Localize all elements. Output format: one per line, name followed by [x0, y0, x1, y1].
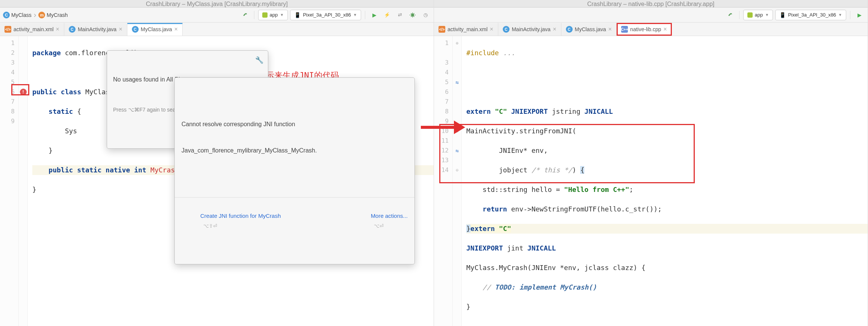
code-content[interactable]: #include ... extern "C" JNIEXPORT jstrin… [462, 36, 868, 326]
profile-button[interactable]: ◷ [420, 10, 431, 20]
run-button[interactable]: ▶ [369, 10, 380, 20]
window-title-left: CrashLibrary – MyClass.java [CrashLibrar… [0, 0, 434, 8]
tab-label: activity_main.xml [14, 26, 54, 32]
line-number[interactable]: 11 [434, 136, 452, 146]
editor-left[interactable]: 1 2 3 4 5 6 7 8 9 ! package com.florence… [0, 36, 434, 326]
chevron-down-icon: ▼ [838, 13, 842, 17]
todo-comment: TODO: implement MyCrash() [495, 283, 597, 291]
tab-myclass[interactable]: C MyClass.java × [561, 23, 617, 36]
chevron-down-icon: ▼ [280, 13, 284, 17]
chevron-down-icon: ▼ [765, 13, 769, 17]
device-icon: 📱 [294, 12, 301, 18]
line-number[interactable]: 9 [434, 116, 452, 126]
tab-label: MainActivity.java [512, 26, 550, 32]
device-icon: 📱 [779, 12, 786, 18]
code-text: jobject [466, 166, 531, 174]
shortcut-hint: ⌥⏎ [374, 223, 384, 229]
line-number[interactable]: 1 [0, 38, 18, 48]
separator [365, 11, 365, 19]
tab-myclass[interactable]: C MyClass.java × [127, 23, 183, 36]
keyword: public class [32, 88, 81, 96]
line-number[interactable]: 2 [0, 48, 18, 58]
code-text: { [73, 107, 81, 115]
close-icon[interactable]: × [608, 26, 612, 33]
close-icon[interactable]: × [56, 26, 59, 33]
line-number[interactable]: 9 [0, 116, 18, 126]
tab-activity-main[interactable]: </> activity_main.xml × [434, 23, 498, 36]
error-icon[interactable]: ! [20, 89, 27, 95]
string: "C" [499, 225, 511, 232]
tab-activity-main[interactable]: </> activity_main.xml × [0, 23, 64, 36]
line-number[interactable]: 3 [0, 58, 18, 68]
breadcrumb[interactable]: C MyClass › m MyCrash [3, 11, 237, 19]
close-icon[interactable]: × [490, 26, 493, 33]
run-config-selector[interactable]: app ▼ [258, 10, 288, 20]
separator [739, 11, 739, 19]
line-number[interactable]: 5 [434, 77, 452, 87]
fold-icon[interactable]: ⊖ [456, 165, 458, 175]
device-selector[interactable]: 📱 Pixel_3a_API_30_x86 ▼ [290, 10, 361, 20]
breadcrumb-class: MyClass [11, 12, 32, 18]
android-icon [747, 12, 753, 18]
tab-label: MyClass.java [141, 26, 172, 32]
line-number[interactable]: 7 [434, 97, 452, 107]
line-gutter[interactable]: 1 3 4 5 6 7 8 9 10 11 12 13 14 [434, 36, 453, 326]
editor-tabs-right: </> activity_main.xml × C MainActivity.j… [434, 23, 868, 36]
wrench-icon[interactable]: 🔧 [255, 55, 263, 65]
window-title-right: CrashLibrary – native-lib.cpp [CrashLibr… [434, 0, 868, 8]
brace: } [466, 225, 470, 232]
comment: // [466, 283, 495, 291]
line-number[interactable]: 1 [434, 38, 452, 48]
keyword: extern [470, 225, 495, 232]
close-icon[interactable]: × [664, 26, 667, 33]
tab-mainactivity[interactable]: C MainActivity.java × [64, 23, 127, 36]
device-selector[interactable]: 📱 Pixel_3a_API_30_x86 ▼ [775, 10, 846, 20]
string: "C" [495, 107, 507, 115]
code-content[interactable]: package com.florence.mylibrary; public c… [28, 36, 434, 326]
close-icon[interactable]: × [119, 26, 122, 33]
line-number[interactable]: 7 [0, 97, 18, 107]
editor-right[interactable]: 1 3 4 5 6 7 8 9 10 11 12 13 14 ⊕ ⇆ ⊖ ⇆ ⊖… [434, 36, 868, 326]
apply-changes-icon[interactable]: ⚡ [382, 10, 392, 20]
create-jni-action[interactable]: Create JNI function for MyCrash [200, 213, 281, 219]
android-icon [262, 12, 268, 18]
nav-related-icon[interactable]: ⇆ [454, 148, 461, 153]
cpp-file-icon: C++ [621, 26, 628, 33]
apply-code-icon[interactable]: ⇄ [395, 10, 405, 20]
line-number[interactable]: 12 [434, 146, 452, 155]
build-button[interactable] [725, 10, 735, 20]
more-actions-link[interactable]: More actions... [371, 213, 408, 219]
tab-native-lib[interactable]: C++ native-lib.cpp × [617, 23, 672, 36]
line-number[interactable]: 3 [434, 58, 452, 68]
line-number[interactable]: 4 [0, 68, 18, 77]
folded-text: ... [499, 49, 515, 57]
line-number[interactable]: 13 [434, 155, 452, 165]
java-class-icon: C [69, 26, 76, 33]
build-button[interactable] [240, 10, 250, 20]
function-name: MainActivity.stringFromJNI( [466, 127, 576, 135]
line-number[interactable]: 5 [0, 77, 18, 87]
intention-popup[interactable]: Cannot resolve corresponding JNI functio… [174, 77, 415, 264]
close-icon[interactable]: × [174, 26, 178, 33]
line-number[interactable]: 6 [0, 87, 18, 97]
line-number[interactable]: 8 [0, 107, 18, 116]
nav-related-icon[interactable]: ⇆ [454, 80, 461, 85]
keyword: package [32, 49, 61, 57]
line-number[interactable] [434, 48, 452, 58]
line-number[interactable]: 6 [434, 87, 452, 97]
fold-icon[interactable]: ⊕ [456, 38, 458, 48]
method-icon: m [38, 12, 45, 18]
brace: } [32, 146, 53, 154]
run-config-selector[interactable]: app ▼ [743, 10, 773, 20]
preprocessor: #include [466, 49, 499, 57]
line-number[interactable]: 14 [434, 165, 452, 175]
line-gutter[interactable]: 1 2 3 4 5 6 7 8 9 [0, 36, 19, 326]
debug-button[interactable] [407, 10, 418, 20]
line-number[interactable]: 8 [434, 107, 452, 116]
tab-mainactivity[interactable]: C MainActivity.java × [498, 23, 561, 36]
code-text: ) [572, 166, 581, 174]
msg-line: Cannot resolve corresponding JNI functio… [181, 120, 408, 128]
close-icon[interactable]: × [553, 26, 556, 33]
run-button[interactable]: ▶ [854, 10, 865, 20]
line-number[interactable]: 4 [434, 68, 452, 77]
